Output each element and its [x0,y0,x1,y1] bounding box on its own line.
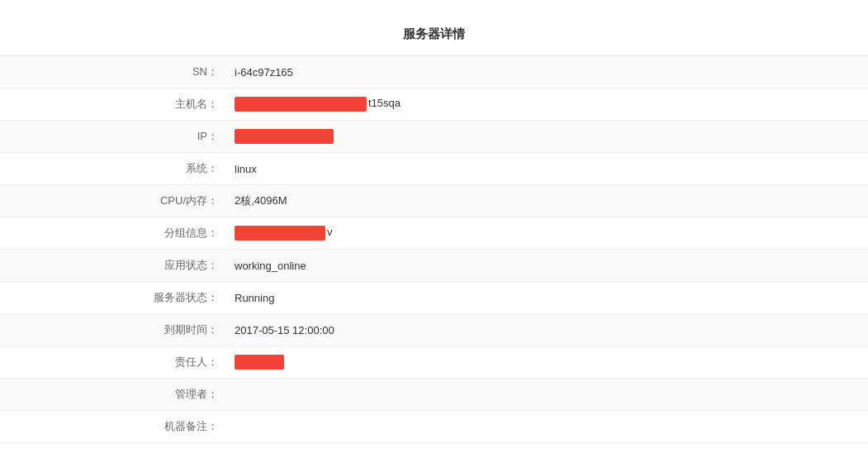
detail-row: IP： [0,121,868,153]
redacted-value [235,129,334,144]
redacted-value [235,355,284,370]
field-value [231,129,868,144]
field-label: 责任人： [0,355,231,370]
field-value: 2核,4096M [231,193,868,208]
field-label: 到期时间： [0,322,231,337]
field-value: i-64c97z165 [231,66,868,79]
detail-row: 服务器状态：Running [0,282,868,314]
redacted-value [235,97,367,112]
detail-row: 管理者： [0,379,868,411]
detail-row: 主机名：t15sqa [0,88,868,121]
field-label: 应用状态： [0,258,231,273]
page-title: 服务器详情 [0,17,868,56]
detail-row: 责任人： [0,346,868,379]
detail-row: CPU/内存：2核,4096M [0,185,868,217]
field-label: 系统： [0,161,231,176]
field-value: 2017-05-15 12:00:00 [231,324,868,336]
detail-row: 机器备注： [0,411,868,443]
field-label: 管理者： [0,387,231,402]
field-label: 主机名： [0,97,231,112]
detail-row: 分组信息：v [0,217,868,250]
page-container: 服务器详情 SN：i-64c97z165主机名：t15sqaIP：系统：linu… [0,0,868,458]
field-label: IP： [0,129,231,144]
detail-row: 系统：linux [0,153,868,185]
field-label: SN： [0,64,231,79]
field-value: working_online [231,260,868,272]
detail-table: SN：i-64c97z165主机名：t15sqaIP：系统：linuxCPU/内… [0,56,868,443]
detail-row: 应用状态：working_online [0,250,868,282]
field-value: linux [231,163,868,175]
field-value: t15sqa [231,97,868,112]
detail-row: 到期时间：2017-05-15 12:00:00 [0,314,868,346]
field-label: 机器备注： [0,419,231,434]
redacted-value [235,226,325,241]
field-value: Running [231,292,868,304]
field-value [231,355,868,370]
field-label: 服务器状态： [0,290,231,305]
field-label: CPU/内存： [0,193,231,208]
detail-row: SN：i-64c97z165 [0,56,868,88]
field-value: v [231,226,868,241]
field-label: 分组信息： [0,226,231,241]
